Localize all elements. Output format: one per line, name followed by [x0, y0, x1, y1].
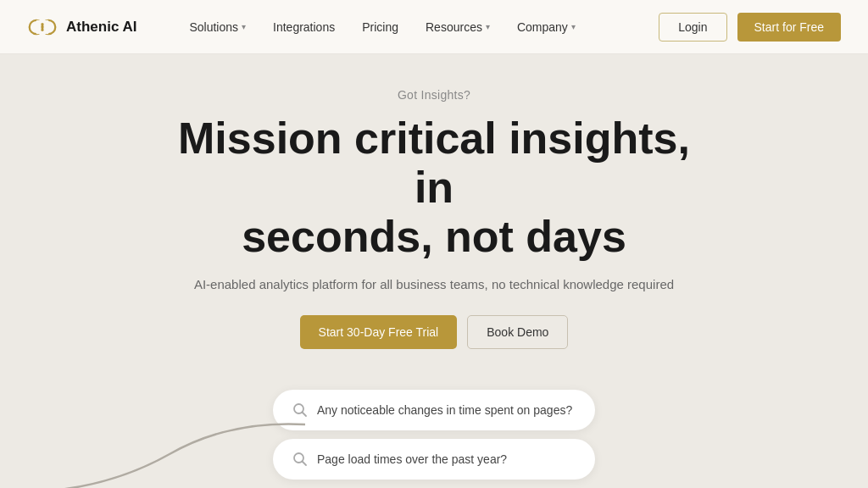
nav-item-company[interactable]: Company ▾: [505, 14, 587, 41]
company-chevron-icon: ▾: [571, 22, 576, 31]
curve-decoration: [17, 386, 305, 488]
nav-item-resources[interactable]: Resources ▾: [414, 14, 502, 41]
svg-line-6: [303, 461, 307, 465]
nav-actions: Login Start for Free: [659, 13, 841, 42]
logo-text: Athenic AI: [66, 19, 136, 36]
svg-line-4: [303, 412, 307, 416]
resources-chevron-icon: ▾: [486, 22, 490, 31]
logo[interactable]: Athenic AI: [27, 18, 136, 36]
start-free-button[interactable]: Start for Free: [737, 13, 841, 42]
nav-links: Solutions ▾ Integrations Pricing Resourc…: [177, 14, 659, 41]
search-icon-1: [292, 402, 309, 419]
solutions-chevron-icon: ▾: [242, 22, 246, 31]
nav-item-integrations[interactable]: Integrations: [261, 14, 347, 41]
hero-section: Got Insights? Mission critical insights,…: [0, 54, 868, 488]
hero-eyebrow: Got Insights?: [17, 88, 851, 102]
navbar: Athenic AI Solutions ▾ Integrations Pric…: [0, 0, 868, 54]
search-card-1[interactable]: Any noticeable changes in time spent on …: [273, 390, 595, 430]
search-cards-area: Any noticeable changes in time spent on …: [17, 390, 851, 480]
search-card-text-1: Any noticeable changes in time spent on …: [317, 403, 572, 417]
trial-button[interactable]: Start 30-Day Free Trial: [300, 315, 458, 349]
demo-button[interactable]: Book Demo: [467, 315, 568, 349]
hero-title: Mission critical insights, in seconds, n…: [163, 114, 705, 262]
search-card-2[interactable]: Page load times over the past year?: [273, 439, 595, 480]
login-button[interactable]: Login: [659, 13, 726, 42]
hero-subtitle: AI-enabled analytics platform for all bu…: [17, 277, 851, 291]
search-icon-2: [292, 451, 309, 468]
hero-buttons: Start 30-Day Free Trial Book Demo: [17, 315, 851, 349]
logo-icon: [27, 18, 58, 36]
nav-item-pricing[interactable]: Pricing: [350, 14, 410, 41]
search-card-text-2: Page load times over the past year?: [317, 452, 507, 466]
nav-item-solutions[interactable]: Solutions ▾: [177, 14, 258, 41]
